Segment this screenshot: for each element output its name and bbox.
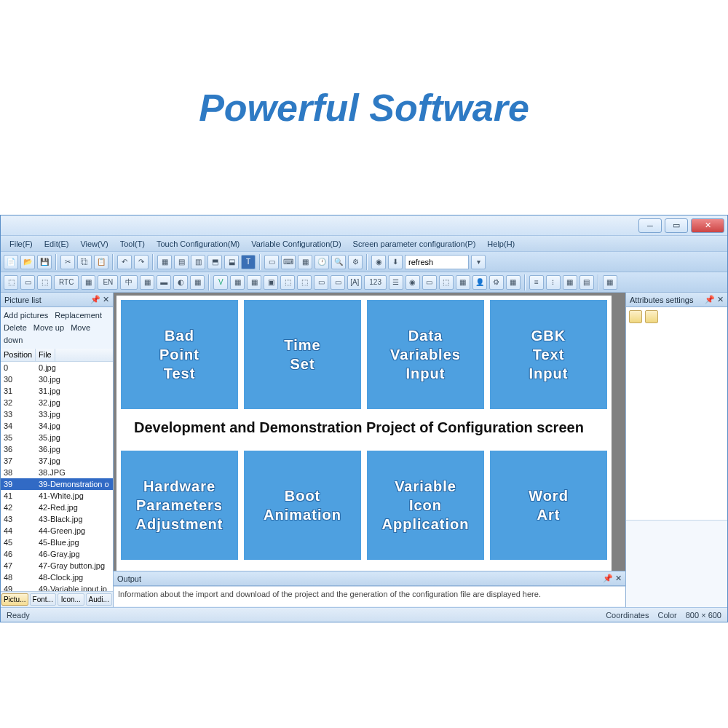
col-position[interactable]: Position [1, 349, 36, 361]
tool-icon[interactable]: ▬ [157, 275, 171, 290]
table-row[interactable]: 3939-Demonstration o [1, 478, 113, 490]
canvas-tile[interactable]: BootAnimation [244, 451, 361, 560]
tool-icon[interactable]: ▦ [140, 275, 154, 290]
bottom-tab[interactable]: Audi... [86, 593, 113, 606]
table-row[interactable]: 00.jpg [1, 362, 113, 373]
tool-icon[interactable]: ▣ [264, 275, 278, 290]
tool-icon[interactable]: ▦ [506, 275, 521, 290]
tool-icon[interactable]: ◉ [371, 255, 386, 269]
tool-icon[interactable]: ⬚ [439, 275, 454, 290]
canvas-tile[interactable]: VariableIconApplication [367, 451, 484, 560]
canvas-tile[interactable]: TimeSet [244, 300, 361, 409]
redo-icon[interactable]: ↷ [134, 255, 149, 269]
pl-action[interactable]: Add pictures [4, 311, 48, 320]
bottom-tab[interactable]: Font... [30, 593, 57, 606]
canvas-area[interactable]: BadPointTestTimeSetDataVariablesInputGBK… [114, 293, 625, 607]
tool-icon[interactable]: ▤ [579, 275, 594, 290]
download-icon[interactable]: ⬇ [388, 255, 403, 269]
minimize-button[interactable]: ─ [638, 218, 662, 233]
tool-icon[interactable]: ▭ [20, 275, 35, 290]
table-row[interactable]: 3737.jpg [1, 455, 113, 467]
tool-icon[interactable]: ≡ [529, 275, 544, 290]
table-row[interactable]: 3434.jpg [1, 420, 113, 432]
table-row[interactable]: 4141-White.jpg [1, 490, 113, 502]
tool-icon[interactable]: ⬒ [207, 255, 222, 269]
tool-icon[interactable]: ◉ [405, 275, 420, 290]
en-button[interactable]: EN [98, 275, 118, 290]
menu-item[interactable]: Screen parameter configuration(P) [347, 240, 482, 248]
canvas-tile[interactable]: GBKTextInput [490, 300, 607, 409]
undo-icon[interactable]: ↶ [117, 255, 132, 269]
table-row[interactable]: 3232.jpg [1, 397, 113, 408]
cut-icon[interactable]: ✂ [60, 255, 75, 269]
panel-pin-icon[interactable]: 📌 ✕ [603, 574, 622, 583]
tool-icon[interactable]: ▦ [563, 275, 577, 290]
menu-item[interactable]: Variable Configuration(D) [245, 240, 347, 248]
tool-icon[interactable]: 123 [364, 275, 387, 290]
pl-action[interactable]: Delete [4, 323, 27, 332]
attr-sort-icon[interactable] [629, 310, 642, 323]
tool-icon[interactable]: ▦ [81, 275, 95, 290]
tool-icon[interactable]: ▦ [190, 275, 205, 290]
table-row[interactable]: 4343-Black.jpg [1, 513, 113, 525]
table-row[interactable]: 3030.jpg [1, 373, 113, 385]
tool-icon[interactable]: ⬚ [297, 275, 312, 290]
table-row[interactable]: 4949-Variable input.jp [1, 583, 113, 591]
bottom-tab[interactable]: Pictu... [1, 593, 28, 606]
tool-icon[interactable]: [A] [347, 275, 362, 290]
menu-item[interactable]: Touch Configuration(M) [151, 240, 245, 248]
canvas-tile[interactable]: WordArt [490, 451, 607, 560]
panel-pin-icon[interactable]: 📌 ✕ [90, 295, 109, 304]
new-icon[interactable]: 📄 [4, 255, 18, 269]
table-row[interactable]: 3131.jpg [1, 385, 113, 397]
tool-icon[interactable]: ▭ [314, 275, 328, 290]
close-button[interactable]: ✕ [691, 218, 724, 233]
tool-icon[interactable]: ⬚ [280, 275, 295, 290]
tool-icon[interactable]: ⬓ [224, 255, 239, 269]
dropdown-icon[interactable]: ▾ [471, 255, 486, 269]
tool-icon[interactable]: ⬚ [37, 275, 52, 290]
menu-item[interactable]: View(V) [74, 240, 114, 248]
table-row[interactable]: 3535.jpg [1, 432, 113, 443]
paste-icon[interactable]: 📋 [94, 255, 108, 269]
tool-icon[interactable]: ⫶ [546, 275, 561, 290]
tool-icon[interactable]: ⚙ [348, 255, 363, 269]
tool-icon[interactable]: ▤ [174, 255, 189, 269]
pl-action[interactable]: Move up [33, 323, 64, 332]
table-row[interactable]: 3333.jpg [1, 408, 113, 420]
text-icon[interactable]: T [241, 255, 256, 269]
menu-item[interactable]: Tool(T) [114, 240, 151, 248]
save-icon[interactable]: 💾 [37, 255, 52, 269]
copy-icon[interactable]: ⿻ [77, 255, 92, 269]
table-row[interactable]: 4444-Green.jpg [1, 525, 113, 537]
col-file[interactable]: File [36, 349, 55, 361]
bottom-tab[interactable]: Icon... [58, 593, 84, 606]
open-icon[interactable]: 📂 [20, 255, 35, 269]
table-row[interactable]: 3636.jpg [1, 443, 113, 455]
tool-icon[interactable]: ▥ [191, 255, 205, 269]
table-row[interactable]: 4747-Gray button.jpg [1, 560, 113, 571]
table-row[interactable]: 3838.JPG [1, 467, 113, 478]
table-row[interactable]: 4545-Blue.jpg [1, 537, 113, 548]
canvas-tile[interactable]: HardwareParametersAdjustment [121, 451, 238, 560]
tool-icon[interactable]: ☰ [389, 275, 403, 290]
table-row[interactable]: 4848-Clock.jpg [1, 571, 113, 583]
pl-action[interactable]: Replacement [55, 311, 102, 320]
tool-icon[interactable]: ▦ [603, 275, 617, 290]
tool-icon[interactable]: V [213, 275, 228, 290]
tool-icon[interactable]: ▦ [456, 275, 470, 290]
refresh-dropdown[interactable]: refresh [405, 255, 469, 269]
tool-icon[interactable]: ◐ [173, 275, 188, 290]
maximize-button[interactable]: ▭ [665, 218, 688, 233]
rtc-button[interactable]: RTC [54, 275, 79, 290]
canvas-tile[interactable]: BadPointTest [121, 300, 238, 409]
tool-icon[interactable]: ▭ [331, 275, 345, 290]
canvas-tile[interactable]: DataVariablesInput [367, 300, 484, 409]
menu-item[interactable]: Edit(E) [39, 240, 75, 248]
menu-item[interactable]: Help(H) [481, 240, 521, 248]
menu-item[interactable]: File(F) [4, 240, 39, 248]
tool-icon[interactable]: ⬚ [4, 275, 18, 290]
panel-pin-icon[interactable]: 📌 ✕ [705, 295, 724, 304]
tool-icon[interactable]: ⌨ [281, 255, 296, 269]
table-row[interactable]: 4242-Red.jpg [1, 502, 113, 513]
